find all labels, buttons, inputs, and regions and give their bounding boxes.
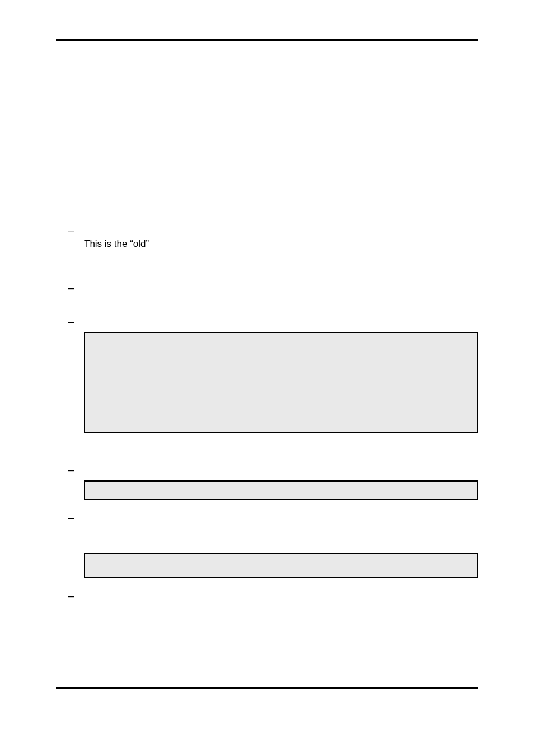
code-box	[84, 553, 478, 578]
list-body	[84, 282, 478, 304]
list-dash: –	[67, 511, 84, 524]
list-item: –	[67, 590, 478, 602]
list-dash: –	[67, 282, 84, 294]
list-body: This is the “old”	[84, 224, 478, 251]
top-rule	[56, 39, 478, 41]
code-box	[84, 332, 478, 433]
list-body	[84, 511, 478, 578]
content-area: – This is the “old” – – – –	[67, 224, 478, 633]
page: – This is the “old” – – – –	[0, 0, 534, 756]
list-item: –	[67, 511, 478, 578]
list-dash: –	[67, 224, 84, 236]
bottom-rule	[56, 687, 478, 689]
list-item: –	[67, 464, 478, 500]
list-body	[84, 315, 478, 433]
code-box	[84, 480, 478, 500]
list-body	[84, 464, 478, 500]
list-dash: –	[67, 315, 84, 328]
list-dash: –	[67, 590, 84, 602]
list-item: –	[67, 282, 478, 304]
list-text: This is the “old”	[84, 237, 478, 251]
list-item: – This is the “old”	[67, 224, 478, 251]
list-dash: –	[67, 464, 84, 476]
list-item: –	[67, 315, 478, 433]
